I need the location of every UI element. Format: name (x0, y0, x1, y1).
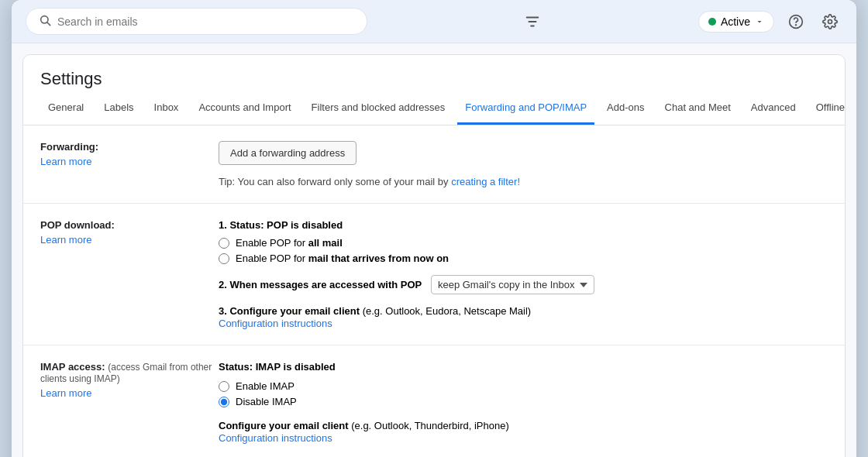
top-bar: Active (12, 0, 856, 43)
imap-learn-more[interactable]: Learn more (40, 387, 219, 399)
pop-section: POP download: Learn more 1. Status: POP … (23, 204, 845, 345)
imap-section: IMAP access: (access Gmail from other cl… (23, 345, 845, 457)
forwarding-label-col: Forwarding: Learn more (40, 141, 219, 187)
tab-accounts[interactable]: Accounts and Import (191, 92, 298, 125)
pop-all-label: Enable POP for all mail (236, 237, 343, 249)
tab-offline[interactable]: Offline (808, 92, 845, 125)
creating-filter-link[interactable]: creating a filter! (451, 176, 520, 187)
top-bar-center (375, 13, 691, 30)
top-bar-right: Active (698, 9, 842, 34)
svg-line-1 (47, 22, 50, 26)
pop-option2-row: Enable POP for mail that arrives from no… (219, 253, 828, 264)
svg-point-7 (828, 19, 832, 23)
tip-text-before: Tip: You can also forward only some of y… (219, 176, 449, 187)
imap-config-area: Configure your email client (e.g. Outloo… (219, 420, 828, 444)
pop-label-col: POP download: Learn more (40, 219, 219, 329)
pop-content: 1. Status: POP is disabled Enable POP fo… (219, 219, 828, 329)
settings-title: Settings (23, 55, 845, 89)
imap-enable-row: Enable IMAP (219, 380, 828, 392)
tab-advanced[interactable]: Advanced (743, 92, 804, 125)
pop-learn-more[interactable]: Learn more (40, 234, 219, 246)
app-window: Active Settings General Labels Inbox Acc… (12, 0, 856, 457)
imap-title: IMAP access: (40, 361, 105, 373)
forwarding-learn-more[interactable]: Learn more (40, 156, 219, 167)
imap-disable-row: Disable IMAP (219, 396, 828, 407)
filter-icon[interactable] (524, 13, 541, 30)
forwarding-section: Forwarding: Learn more Add a forwarding … (23, 125, 845, 204)
forwarding-tip: Tip: You can also forward only some of y… (219, 176, 828, 187)
main-content: Settings General Labels Inbox Accounts a… (22, 54, 846, 457)
svg-point-6 (796, 24, 797, 25)
tab-labels[interactable]: Labels (96, 92, 141, 125)
tab-chat[interactable]: Chat and Meet (657, 92, 739, 125)
pop-section2: 2. When messages are accessed with POP k… (219, 275, 828, 294)
imap-content: Status: IMAP is disabled Enable IMAP Dis… (219, 361, 828, 444)
tab-addons[interactable]: Add-ons (599, 92, 652, 125)
imap-status: Status: IMAP is disabled (219, 361, 828, 373)
tab-general[interactable]: General (40, 92, 91, 125)
pop-config-link[interactable]: Configuration instructions (219, 318, 332, 329)
pop-section3-label: 3. Configure your email client (e.g. Out… (219, 305, 828, 317)
search-box[interactable] (26, 8, 367, 35)
active-label: Active (721, 15, 750, 28)
tab-filters[interactable]: Filters and blocked addresses (304, 92, 453, 125)
imap-config-link[interactable]: Configuration instructions (219, 432, 332, 444)
settings-gear-icon[interactable] (818, 9, 842, 34)
imap-enable-radio[interactable] (219, 381, 229, 392)
tab-bar: General Labels Inbox Accounts and Import… (23, 92, 845, 125)
imap-label-col: IMAP access: (access Gmail from other cl… (40, 361, 219, 444)
active-badge[interactable]: Active (698, 11, 774, 33)
tab-forwarding[interactable]: Forwarding and POP/IMAP (457, 92, 594, 125)
search-input[interactable] (57, 15, 354, 28)
active-dot (708, 18, 716, 26)
imap-disable-radio[interactable] (219, 397, 229, 407)
forwarding-content: Add a forwarding address Tip: You can al… (219, 141, 828, 187)
pop-section2-label: 2. When messages are accessed with POP k… (219, 275, 828, 294)
settings-body: Forwarding: Learn more Add a forwarding … (23, 125, 845, 457)
help-icon[interactable] (784, 9, 808, 34)
add-forwarding-button[interactable]: Add a forwarding address (219, 141, 356, 165)
forwarding-title: Forwarding: (40, 141, 98, 153)
pop-status: 1. Status: POP is disabled (219, 219, 828, 231)
imap-disable-label: Disable IMAP (236, 396, 297, 407)
imap-config-label: Configure your email client (e.g. Outloo… (219, 420, 828, 431)
pop-option1-row: Enable POP for all mail (219, 237, 828, 249)
imap-enable-label: Enable IMAP (236, 380, 294, 392)
tab-inbox[interactable]: Inbox (146, 92, 187, 125)
pop-section3: 3. Configure your email client (e.g. Out… (219, 305, 828, 329)
pop-access-select[interactable]: keep Gmail's copy in the Inbox mark Gmai… (431, 275, 594, 294)
pop-all-radio[interactable] (219, 238, 229, 249)
pop-now-radio[interactable] (219, 253, 229, 264)
pop-now-label: Enable POP for mail that arrives from no… (236, 253, 449, 264)
pop-title: POP download: (40, 219, 115, 231)
search-icon (39, 14, 51, 29)
